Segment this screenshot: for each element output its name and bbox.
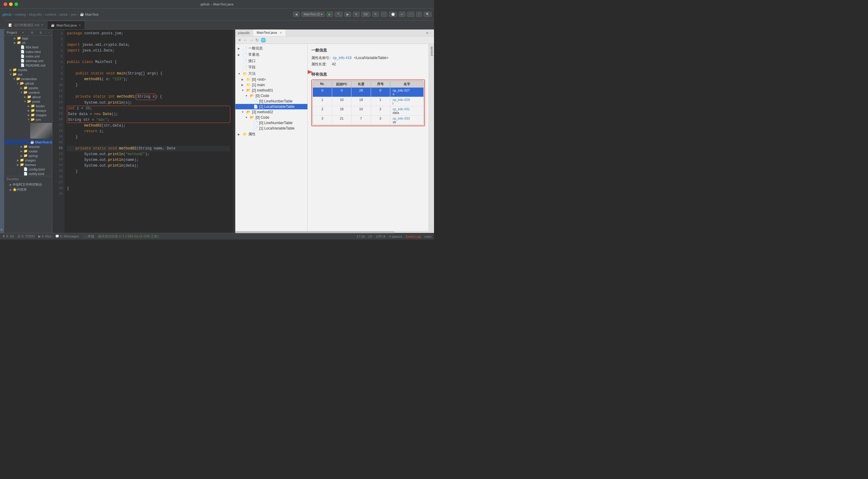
class-tree-code[interactable]: ▼ 📂 [0] Code <box>236 93 307 98</box>
jclasslib-forward-btn[interactable]: → <box>249 38 253 42</box>
jclasslib-right-icon-1[interactable]: jclasslib <box>430 45 434 57</box>
class-tree-init[interactable]: ▶ 📁 [0] <init> <box>236 77 307 82</box>
class-tree-main[interactable]: ▶ 📁 [1] main <box>236 82 307 88</box>
tree-assets[interactable]: ▶ 📁 assets <box>4 86 52 90</box>
tree-temp[interactable]: ▶ ⚙ 临时文件和控制台 <box>4 182 52 187</box>
class-tree-localvariable[interactable]: 📄 [1] LocalVariableTable <box>236 104 307 109</box>
jclasslib-globe-btn[interactable]: 🌐 <box>261 38 266 42</box>
tree-out[interactable]: ▼ 📂 out <box>4 72 52 76</box>
share[interactable]: ↑ <box>416 12 422 17</box>
nav-icon-project[interactable]: P <box>0 30 4 233</box>
status-terminal[interactable]: ⬛ 终端 <box>83 234 94 238</box>
tree-mysite[interactable]: ▶ 📁 mysite <box>4 67 52 72</box>
sidebar-arrows[interactable]: ⇅ <box>39 31 42 34</box>
tree-themes[interactable]: ▶ 📁 themes <box>4 162 52 167</box>
class-tree-fields[interactable]: 📄 字段 <box>236 64 307 70</box>
class-tree-method01[interactable]: ▼ 📂 [2] method01 <box>236 88 307 93</box>
status-event-log[interactable]: Event Log <box>406 235 421 238</box>
breadcrumb-content[interactable]: content <box>45 13 56 16</box>
status-line-ending[interactable]: LF <box>369 235 373 238</box>
breadcrumb-blogsite[interactable]: blog-site <box>29 13 42 16</box>
status-run[interactable]: ▶ 4: Run <box>38 234 51 238</box>
tree-images-github[interactable]: ▶ 📁 images <box>4 158 52 162</box>
breadcrumb-myblog[interactable]: myblog <box>15 13 26 16</box>
tree-external[interactable]: ▶ ⭐ 外部库 <box>4 187 52 192</box>
tree-index-html[interactable]: 📄 index.html <box>4 50 52 54</box>
class-tree-linenumber[interactable]: 📄 [0] LineNumberTable <box>236 98 307 104</box>
tree-spring[interactable]: ▶ 📁 spring <box>4 153 52 158</box>
jclasslib-reload-btn[interactable]: ↻ <box>255 38 259 42</box>
jclasslib-tab-maintest[interactable]: MainTest.java ✕ <box>253 30 286 36</box>
vcs-ops[interactable]: ⋯ <box>407 12 414 17</box>
breadcrumb-maintest[interactable]: MainTest <box>85 13 98 16</box>
status-branch[interactable]: main <box>424 235 432 238</box>
class-tree-method02[interactable]: ▼ 📂 [3] method02 <box>236 109 307 115</box>
tree-index-xml[interactable]: 📄 index.xml <box>4 54 52 59</box>
minimize-button[interactable] <box>9 2 13 6</box>
window-controls[interactable] <box>4 2 18 6</box>
status-git[interactable]: ⬆ 9: Git <box>2 234 14 238</box>
tree-about[interactable]: ▶ 📁 about <box>4 95 52 99</box>
status-indent[interactable]: 4 spaces <box>389 235 402 238</box>
tree-readme[interactable]: 📄 README.md <box>4 63 52 67</box>
tree-images-posts[interactable]: ▶ 📁 images <box>4 113 52 117</box>
code-area[interactable]: package content.posts.jvm; import javax.… <box>64 30 233 233</box>
tree-tags[interactable]: ▶ 📁 tags <box>4 36 52 40</box>
tree-config-toml[interactable]: 📄 config.toml <box>4 167 52 171</box>
status-todo[interactable]: ☰ 6: TODO <box>18 234 35 238</box>
class-tree-code-method02[interactable]: ▼ 📂 [0] Code <box>236 115 307 120</box>
tab-md[interactable]: 📝 运行时数据区.md ✕ <box>5 21 47 29</box>
build-button[interactable]: 🔨 <box>335 12 343 17</box>
jclasslib-scrollbar-thumb[interactable] <box>236 231 394 233</box>
breadcrumb-posts[interactable]: posts <box>60 13 67 16</box>
jclasslib-tab-close[interactable]: ✕ <box>280 31 282 34</box>
git-check[interactable]: ✓ <box>381 12 387 17</box>
tab-java-close[interactable]: ✕ <box>79 24 81 27</box>
class-tree-constants[interactable]: ▶ 📄 常量池 <box>236 52 307 58</box>
class-tree-general[interactable]: ▶ 📄 一般信息 <box>236 45 307 52</box>
git-clock[interactable]: 🕐 <box>389 12 397 17</box>
tree-sitemap[interactable]: 📄 sitemap.xml <box>4 59 52 63</box>
run-back-btn[interactable]: ◀ <box>293 12 300 17</box>
class-tree-methods[interactable]: ▼ 📁 方法 <box>236 70 307 77</box>
status-messages[interactable]: 💬 0: Messages <box>55 234 79 238</box>
tree-books[interactable]: ▶ 📁 books <box>4 104 52 108</box>
jclasslib-settings-icon[interactable]: ⚙ <box>426 31 429 35</box>
coverage-button[interactable]: ▶ <box>344 12 351 17</box>
close-button[interactable] <box>4 2 7 6</box>
tree-jvm[interactable]: ▼ 📂 jvm <box>4 117 52 122</box>
tree-posts[interactable]: ▼ 📂 posts <box>4 99 52 104</box>
class-tree-localvariable-m02[interactable]: 📄 [1] LocalVariableTable <box>236 126 307 131</box>
status-encoding[interactable]: UTF-8 <box>376 235 385 238</box>
tree-maintest-class[interactable]: ☕ MainTest.class <box>4 140 52 144</box>
class-tree-interface[interactable]: 📄 接口 <box>236 58 307 64</box>
jclasslib-close-icon[interactable]: − <box>430 31 432 35</box>
jclasslib-scrollbar[interactable] <box>236 231 434 233</box>
breadcrumb-github[interactable]: github <box>2 13 11 16</box>
breadcrumb-jvm[interactable]: jvm <box>71 13 76 16</box>
tree-rookie[interactable]: ▶ 📁 rookie <box>4 149 52 153</box>
sidebar-settings[interactable]: ⚙ <box>31 31 33 34</box>
tab-md-close[interactable]: ✕ <box>41 24 43 27</box>
git-undo[interactable]: ↩ <box>399 12 405 17</box>
jclasslib-back-btn[interactable]: ← <box>243 38 247 42</box>
reload-button[interactable]: ↻ <box>353 12 360 17</box>
tree-404[interactable]: 📄 404.html <box>4 45 52 50</box>
tree-essays[interactable]: ▶ 📁 essays <box>4 108 52 113</box>
attr-name-link[interactable]: cp_info #18 <box>333 56 351 60</box>
name-link-2[interactable]: cp_info #31 <box>393 107 410 111</box>
tree-content[interactable]: ▼ 📂 content <box>4 90 52 95</box>
class-tree-attrs[interactable]: ▶ 📁 属性 <box>236 131 307 137</box>
sidebar-minus[interactable]: − <box>48 31 50 34</box>
tree-zh[interactable]: ▶ 📁 zh <box>4 40 52 45</box>
lv-table-row-0[interactable]: 0 0 28 0 cp_info #27 s <box>313 88 424 97</box>
run-config-dropdown[interactable]: MainTest (2) ▾ <box>301 12 324 17</box>
maximize-button[interactable] <box>14 2 18 6</box>
tree-netlify-toml[interactable]: 📄 netlify.toml <box>4 171 52 176</box>
tree-github[interactable]: ▼ 📂 github <box>4 81 52 86</box>
tab-java[interactable]: ☕ MainTest.java ✕ <box>47 21 85 29</box>
tree-resume[interactable]: ▶ 📁 resume <box>4 144 52 149</box>
search[interactable]: 🔍 <box>424 12 432 17</box>
lv-table-row-1[interactable]: 1 10 18 1 cp_info #29 i <box>313 97 424 106</box>
run-button[interactable]: ▶ <box>327 12 333 17</box>
